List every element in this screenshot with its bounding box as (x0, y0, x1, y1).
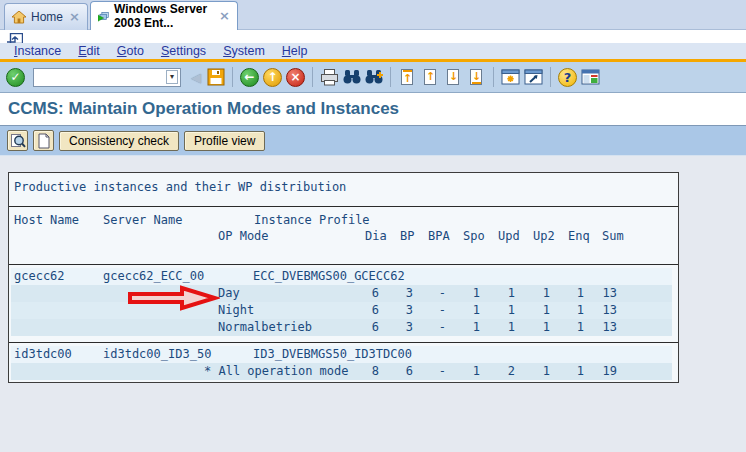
bp-cell: 3 (383, 302, 413, 319)
page-title: CCMS: Maintain Operation Modes and Insta… (0, 99, 399, 119)
toolbar-separator (493, 67, 494, 87)
opmode-cell: Day (218, 285, 240, 302)
sum-cell: 13 (587, 302, 617, 319)
command-history-icon[interactable]: ▾ (166, 70, 178, 84)
up2-cell: 1 (520, 319, 550, 336)
find-icon[interactable] (343, 70, 361, 84)
menu-bar: Instance Edit Goto Settings System Help (0, 43, 746, 59)
first-page-icon[interactable]: ↑ (398, 68, 417, 87)
spo-cell: 1 (450, 363, 480, 380)
menu-goto[interactable]: Goto (117, 44, 144, 58)
menu-settings[interactable]: Settings (161, 44, 206, 58)
toolbar-separator (232, 67, 233, 87)
consistency-check-button[interactable]: Consistency check (59, 131, 179, 151)
print-icon[interactable] (320, 69, 339, 86)
magnifier-icon (10, 133, 26, 149)
customize-layout-icon[interactable] (581, 69, 600, 85)
menu-instance[interactable]: Instance (14, 44, 61, 58)
up2-cell: 1 (520, 363, 550, 380)
bp-cell: 6 (383, 363, 413, 380)
sum-cell: 19 (587, 363, 617, 380)
title-bar: CCMS: Maintain Operation Modes and Insta… (0, 93, 746, 125)
host-cell: id3tdc00 (14, 346, 72, 363)
cancel-icon[interactable]: × (286, 68, 305, 87)
up2-cell: 1 (520, 285, 550, 302)
home-icon (12, 11, 26, 24)
col-header-bp: BP (400, 228, 414, 245)
new-session-icon[interactable] (501, 69, 520, 85)
upd-cell: 1 (485, 285, 515, 302)
dia-cell: 6 (349, 285, 379, 302)
col-header-host: Host Name (14, 212, 79, 229)
opmode-cell: Normalbetrieb (218, 319, 312, 336)
enq-cell: 1 (554, 285, 584, 302)
col-header-dia: Dia (365, 228, 387, 245)
choose-button[interactable] (7, 130, 28, 151)
command-field[interactable] (33, 68, 181, 87)
upd-cell: 1 (485, 302, 515, 319)
enq-cell: 1 (554, 319, 584, 336)
create-button[interactable] (33, 130, 54, 151)
tab-home-close-icon[interactable]: × (69, 11, 80, 23)
exit-icon[interactable]: ↑ (263, 68, 282, 87)
menu-help[interactable]: Help (282, 44, 308, 58)
application-toolbar: Consistency check Profile view (0, 125, 746, 156)
server-cell: gcecc62_ECC_00 (103, 268, 204, 285)
red-arrow-annotation (126, 285, 220, 312)
opmode-cell: Night (218, 302, 254, 319)
panel-title: Productive instances and their WP distri… (14, 179, 346, 196)
create-shortcut-icon[interactable] (524, 69, 543, 85)
col-header-profile: Instance Profile (254, 212, 370, 229)
col-header-opmode: OP Mode (218, 228, 269, 245)
bp-cell: 3 (383, 319, 413, 336)
menu-system[interactable]: System (223, 44, 265, 58)
page-up-icon[interactable]: ↑ (421, 68, 440, 87)
sum-cell: 13 (587, 319, 617, 336)
col-header-spo: Spo (463, 228, 485, 245)
col-header-bpa: BPA (428, 228, 450, 245)
tab-active[interactable]: Windows Server 2003 Ent... × (90, 1, 238, 30)
find-next-icon[interactable] (365, 70, 383, 84)
profile-cell: ID3_DVEBMGS50_ID3TDC00 (253, 346, 412, 363)
wp-distribution-panel: Productive instances and their WP distri… (8, 172, 679, 383)
bpa-cell: - (416, 363, 446, 380)
spo-cell: 1 (450, 285, 480, 302)
server-cell: id3tdc00_ID3_50 (103, 346, 211, 363)
collapse-toolbar-icon[interactable]: ◀ (191, 70, 201, 85)
profile-view-button[interactable]: Profile view (184, 131, 265, 151)
help-icon[interactable]: ? (558, 68, 577, 87)
enter-icon[interactable]: ✓ (6, 68, 25, 87)
opmode-cell: * All operation mode (204, 363, 349, 380)
toolbar-separator (390, 67, 391, 87)
tab-active-label: Windows Server 2003 Ent... (114, 2, 214, 30)
toolbar-separator (550, 67, 551, 87)
up2-cell: 1 (520, 302, 550, 319)
page-down-icon[interactable]: ↓ (444, 68, 463, 87)
bpa-cell: - (416, 285, 446, 302)
col-header-sum: Sum (602, 228, 624, 245)
enq-cell: 1 (554, 363, 584, 380)
dia-cell: 6 (349, 319, 379, 336)
tab-bar: Home × Windows Server 2003 Ent... × (0, 0, 746, 30)
tab-home[interactable]: Home × (4, 3, 88, 30)
menu-edit[interactable]: Edit (78, 44, 100, 58)
spo-cell: 1 (450, 302, 480, 319)
spo-cell: 1 (450, 319, 480, 336)
bpa-cell: - (416, 319, 446, 336)
dia-cell: 6 (349, 302, 379, 319)
profile-cell: ECC_DVEBMGS00_GCECC62 (253, 268, 405, 285)
back-icon[interactable]: ← (240, 68, 259, 87)
bp-cell: 3 (383, 285, 413, 302)
system-toolbar: ✓ ▾ ◀ ← ↑ × (0, 62, 746, 93)
col-header-upd: Upd (498, 228, 520, 245)
dia-cell: 8 (349, 363, 379, 380)
upd-cell: 1 (485, 319, 515, 336)
col-header-up2: Up2 (533, 228, 555, 245)
last-page-icon[interactable]: ↓ (467, 68, 486, 87)
sap-gui-window: Home × Windows Server 2003 Ent... × Inst… (0, 0, 746, 452)
window-strip (0, 30, 746, 43)
tab-active-close-icon[interactable]: × (219, 10, 230, 22)
sum-cell: 13 (587, 285, 617, 302)
col-header-server: Server Name (103, 212, 182, 229)
save-icon[interactable] (207, 68, 225, 86)
